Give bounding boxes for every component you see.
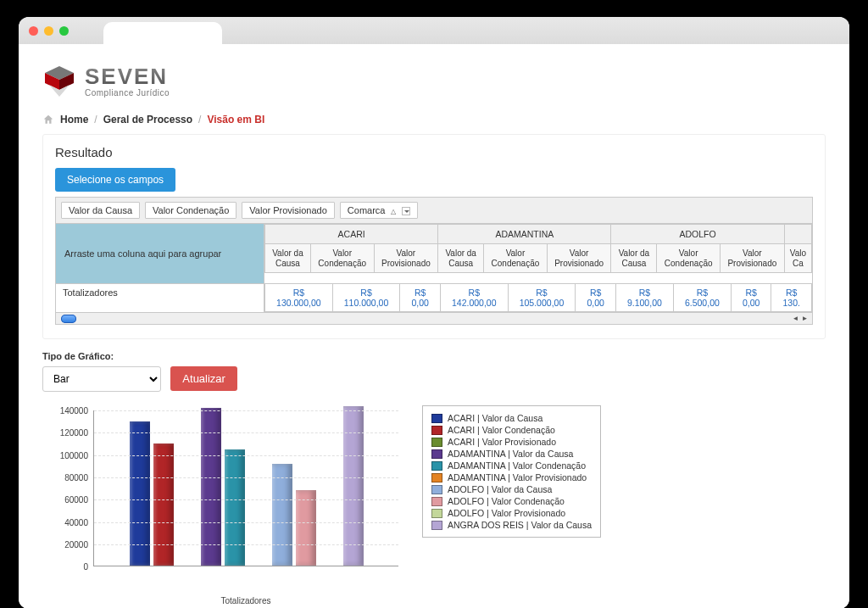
group-header-partial [784,225,811,244]
table-row: R$ 130.000,00 R$ 110.000,00 R$ 0,00 R$ 1… [265,284,812,312]
sub-header: Valor Provisionado [374,244,438,273]
legend-swatch-icon [431,485,442,494]
tag-comarca-label: Comarca [348,205,386,215]
legend-item: ACARI | Valor Condenação [431,425,592,435]
tag-comarca[interactable]: Comarca △ [340,202,418,219]
sub-header: Valor Condenação [310,244,374,273]
breadcrumb: Home / Geral de Processo / Visão em BI [42,114,826,126]
legend-swatch-icon [431,461,442,471]
chart-controls: Tipo de Gráfico: Bar Atualizar [42,351,826,392]
chart-bar [272,464,292,566]
sub-header: Valor da Causa [438,244,484,273]
scroll-right-icon[interactable]: ► [800,314,810,323]
grid-line [94,544,398,545]
legend-swatch-icon [431,414,442,423]
breadcrumb-home[interactable]: Home [60,114,88,126]
horizontal-scrollbar[interactable]: ◄ ► [56,312,812,324]
logo-mark-icon [42,64,76,98]
cell: R$ 105.000,00 [508,284,576,312]
update-button[interactable]: Atualizar [170,366,237,391]
logo-word: SEVEN [85,65,170,87]
cell: R$ 130.000,00 [265,284,333,312]
total-row-label: Totalizadores [56,283,264,312]
chart-bar [343,406,364,566]
scroll-left-icon[interactable]: ◄ [791,314,800,323]
grid-line [94,432,398,433]
group-header-row: ACARI ADAMANTINA ADOLFO [265,225,812,244]
cell: R$ 142.000,00 [440,284,508,312]
legend-label: ACARI | Valor da Causa [448,413,542,423]
tag-valor-condenacao[interactable]: Valor Condenação [145,202,236,219]
browser-tabbar [19,17,849,44]
cell-partial: R$ 130. [771,284,812,312]
legend-label: ADOLFO | Valor Provisionado [448,508,565,518]
chart-type-label: Tipo de Gráfico: [42,351,826,361]
legend-item: ACARI | Valor Provisionado [431,437,592,447]
legend-label: ACARI | Valor Provisionado [448,437,556,447]
cell: R$ 0,00 [576,284,616,312]
chart-bar [201,408,221,566]
scrollbar-thumb[interactable] [61,315,76,323]
chart-bar [296,490,316,566]
chart-type-select-wrap: Bar [42,366,161,392]
y-tick-label: 100000 [60,450,88,460]
breadcrumb-current: Visão em BI [207,114,264,126]
legend-swatch-icon [431,473,442,482]
legend-swatch-icon [431,509,442,518]
close-window-button[interactable] [29,26,38,36]
result-panel: Resultado Selecione os campos Valor da C… [42,134,826,339]
chart-type-select[interactable]: Bar [43,367,160,391]
plot-area [93,410,398,566]
column-tag-row: Valor da Causa Valor Condenação Valor Pr… [56,198,812,224]
browser-window: SEVEN Compliance Jurídico Home / Geral d… [19,17,849,608]
dropdown-icon[interactable] [402,207,410,215]
page-content: SEVEN Compliance Jurídico Home / Geral d… [19,44,849,608]
bars-container [94,410,398,566]
y-tick-label: 60000 [64,495,88,505]
breadcrumb-sep: / [198,114,201,126]
logo-subtitle: Compliance Jurídico [85,89,170,98]
minimize-window-button[interactable] [44,26,53,36]
grid-line [94,455,398,456]
chart-area: 020000400006000080000100000120000140000 … [42,405,826,592]
y-tick-label: 40000 [64,517,88,527]
breadcrumb-mid[interactable]: Geral de Processo [103,114,192,126]
home-icon [42,114,54,126]
legend-item: ACARI | Valor da Causa [431,413,592,423]
legend-item: ADAMANTINA | Valor Condenação [431,460,592,471]
drag-hint: Arraste uma coluna aqui para agrupar [64,248,221,259]
select-fields-button[interactable]: Selecione os campos [55,168,175,192]
tag-valor-provisionado[interactable]: Valor Provisionado [242,202,335,219]
legend-swatch-icon [431,438,442,447]
sub-header: Valor Condenação [657,244,721,273]
tag-valor-causa[interactable]: Valor da Causa [61,202,140,219]
data-table: ACARI ADAMANTINA ADOLFO Valor da Causa V… [264,224,812,273]
legend-label: ANGRA DOS REIS | Valor da Causa [448,520,592,530]
sub-header: Valor Provisionado [547,244,611,273]
browser-tab[interactable] [103,22,222,44]
legend-item: ADOLFO | Valor da Causa [431,484,592,494]
drag-group-zone[interactable]: Arraste uma coluna aqui para agrupar [56,224,264,283]
legend-label: ADAMANTINA | Valor Condenação [448,460,586,471]
legend-item: ADAMANTINA | Valor da Causa [431,449,592,459]
group-header: ADOLFO [611,225,784,244]
legend-label: ADOLFO | Valor da Causa [448,484,552,494]
chart-bar [153,443,174,566]
chart-legend: ACARI | Valor da CausaACARI | Valor Cond… [422,405,601,538]
panel-title: Resultado [55,145,813,159]
cell: R$ 0,00 [400,284,441,312]
sub-header: Valor Condenação [484,244,548,273]
legend-item: ANGRA DOS REIS | Valor da Causa [431,520,592,530]
data-table-values: R$ 130.000,00 R$ 110.000,00 R$ 0,00 R$ 1… [264,283,812,312]
sub-header: Valor da Causa [611,244,657,273]
breadcrumb-sep: / [94,114,97,126]
legend-label: ADAMANTINA | Valor Provisionado [448,472,587,482]
sub-header-row: Valor da Causa Valor Condenação Valor Pr… [265,244,812,273]
legend-item: ADOLFO | Valor Condenação [431,496,592,506]
y-tick-label: 0 [83,562,88,572]
y-tick-label: 120000 [60,428,88,438]
chart-bar [225,449,245,566]
pivot-grid: Valor da Causa Valor Condenação Valor Pr… [55,197,813,325]
sort-asc-icon: △ [391,208,396,215]
maximize-window-button[interactable] [59,26,69,36]
